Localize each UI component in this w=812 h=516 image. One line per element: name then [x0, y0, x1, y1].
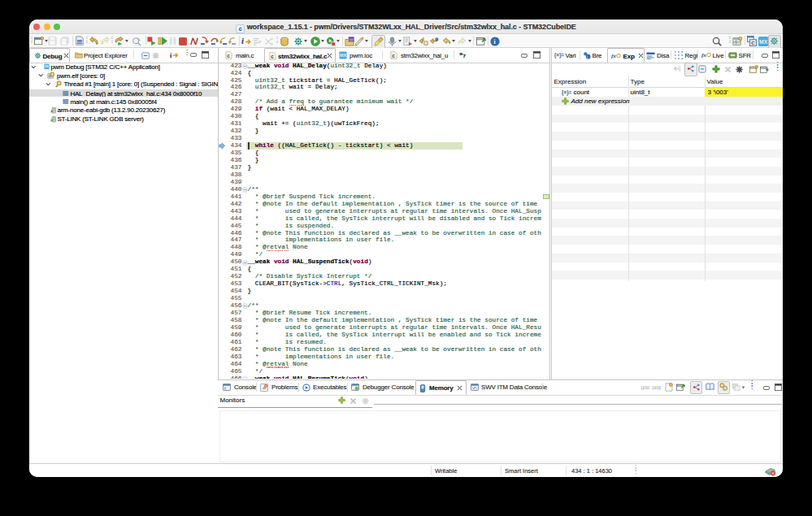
svg-text:C: C — [751, 41, 755, 46]
svg-text:i: i — [170, 52, 172, 59]
svg-text:010: 010 — [77, 41, 84, 44]
svg-text:MX: MX — [759, 38, 768, 44]
svg-text:c: c — [271, 53, 274, 59]
svg-text:i: i — [241, 37, 244, 46]
svg-text:IDE: IDE — [45, 65, 50, 68]
svg-text:1010: 1010 — [640, 385, 649, 389]
svg-text:c: c — [392, 52, 395, 58]
svg-text:fx: fx — [611, 53, 616, 59]
svg-text:c: c — [227, 52, 230, 58]
svg-text:fx: fx — [701, 52, 706, 59]
svg-text:MX: MX — [340, 53, 347, 58]
svg-text:1010: 1010 — [652, 385, 661, 389]
svg-text:(×)=: (×)= — [562, 89, 571, 96]
svg-text:i: i — [587, 54, 588, 59]
svg-text:(×)=: (×)= — [554, 52, 564, 59]
